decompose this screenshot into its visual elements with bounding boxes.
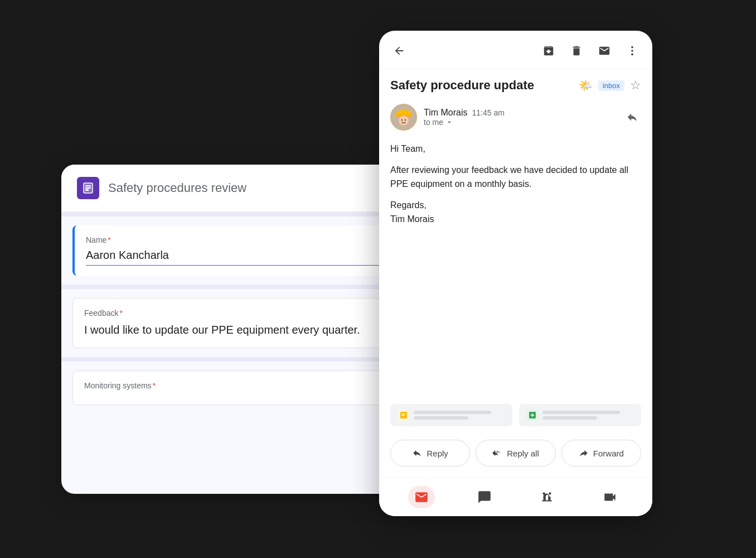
svg-rect-18 <box>401 413 406 414</box>
more-options-button[interactable] <box>623 42 641 60</box>
sender-name: Tim Morais <box>424 108 468 118</box>
nav-video[interactable] <box>597 486 623 508</box>
section-divider-2 <box>61 357 401 362</box>
smart-reply-icon-1 <box>398 410 409 421</box>
sender-name-row: Tim Morais 11:45 am <box>424 108 617 118</box>
star-button[interactable]: ☆ <box>630 78 641 93</box>
mark-unread-button[interactable] <box>595 42 613 60</box>
name-field-value[interactable]: Aaron Kancharla <box>86 249 379 266</box>
nav-mail[interactable] <box>408 486 435 508</box>
monitoring-field-block: Monitoring systems* <box>72 371 390 405</box>
svg-point-15 <box>401 119 403 121</box>
chip-lines-1 <box>414 411 505 420</box>
back-button[interactable] <box>390 42 408 60</box>
chip-lines-2 <box>542 411 633 420</box>
email-closing: Regards,Tim Morais <box>390 198 641 227</box>
svg-point-16 <box>405 119 406 121</box>
smart-reply-icon-2 <box>527 410 538 421</box>
action-buttons: Reply Reply all Forward <box>379 433 652 478</box>
sender-time: 11:45 am <box>472 108 505 117</box>
svg-rect-6 <box>85 189 89 190</box>
gmail-card: Safety procedure update 🌤️ inbox ☆ <box>379 31 652 516</box>
archive-button[interactable] <box>540 42 558 60</box>
smart-reply-chip-2[interactable] <box>519 404 641 426</box>
inbox-badge[interactable]: inbox <box>598 80 624 91</box>
svg-rect-5 <box>85 187 91 189</box>
feedback-field-value[interactable]: I would like to update our PPE equipment… <box>84 322 379 338</box>
name-field-block: Name* Aaron Kancharla <box>72 225 390 276</box>
svg-point-21 <box>549 492 551 494</box>
smart-replies <box>379 397 652 433</box>
smart-reply-chip-1[interactable] <box>390 404 512 426</box>
sender-to[interactable]: to me <box>424 118 617 127</box>
avatar <box>390 104 417 131</box>
toolbar-left <box>390 42 408 60</box>
section-divider-1 <box>61 285 401 289</box>
chip-line <box>414 416 468 420</box>
forms-top-divider <box>61 212 401 217</box>
toolbar-right <box>540 42 641 60</box>
svg-rect-19 <box>401 415 404 416</box>
email-subject: Safety procedure update <box>390 78 573 93</box>
chip-line <box>542 416 597 420</box>
name-field-label: Name* <box>86 235 379 244</box>
forms-icon <box>77 177 99 199</box>
reply-all-button[interactable]: Reply all <box>476 440 555 466</box>
monitoring-field-label: Monitoring systems* <box>84 381 379 390</box>
forward-button[interactable]: Forward <box>561 440 641 466</box>
email-greeting: Hi Team, <box>390 142 641 156</box>
chip-line <box>414 411 491 414</box>
bottom-nav <box>379 478 652 516</box>
forms-title: Safety procedures review <box>108 181 246 195</box>
svg-rect-4 <box>85 185 91 186</box>
subject-row: Safety procedure update 🌤️ inbox ☆ <box>379 69 652 99</box>
svg-point-7 <box>631 46 633 49</box>
reply-top-button[interactable] <box>623 108 641 126</box>
forms-card: Safety procedures review Name* Aaron Kan… <box>61 165 401 494</box>
forms-header: Safety procedures review <box>61 165 401 212</box>
svg-point-14 <box>399 116 409 126</box>
email-body: Hi Team, After reviewing your feedback w… <box>379 137 652 397</box>
nav-meet[interactable] <box>534 486 560 508</box>
feedback-field-label: Feedback* <box>84 309 379 318</box>
svg-point-9 <box>631 54 633 56</box>
nav-chat[interactable] <box>471 486 498 508</box>
email-content: After reviewing your feedback we have de… <box>390 163 641 191</box>
gmail-toolbar <box>379 31 652 69</box>
sender-info: Tim Morais 11:45 am to me <box>424 108 617 127</box>
feedback-field-block: Feedback* I would like to update our PPE… <box>72 298 390 348</box>
chip-line <box>542 411 620 414</box>
svg-point-22 <box>543 492 545 494</box>
weather-emoji: 🌤️ <box>579 79 593 92</box>
reply-button[interactable]: Reply <box>390 440 470 466</box>
delete-button[interactable] <box>568 42 585 60</box>
svg-point-8 <box>631 50 633 52</box>
sender-row: Tim Morais 11:45 am to me <box>379 99 652 137</box>
